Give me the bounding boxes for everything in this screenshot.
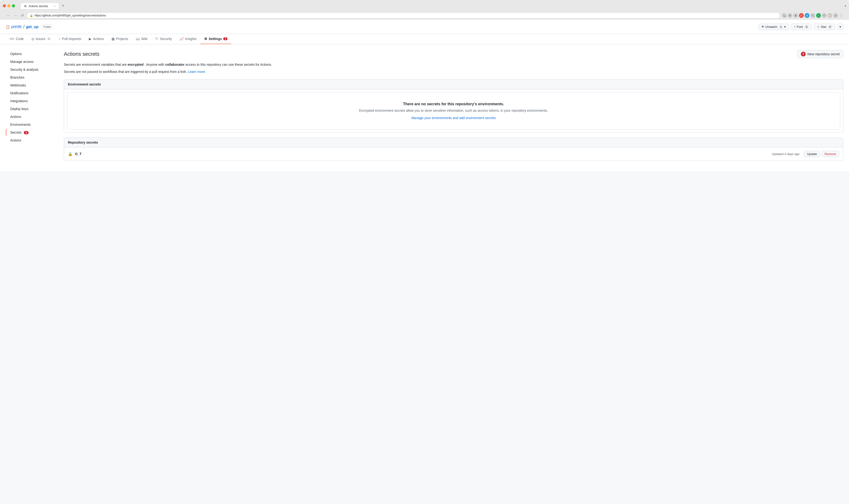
nav-pull-requests[interactable]: ⑂ Pull requests <box>55 34 85 44</box>
sidebar-item-secrets[interactable]: Secrets 2 <box>6 129 58 136</box>
sidebar-manage-access-label: Manage access <box>10 60 34 64</box>
repo-icon: 📋 <box>6 25 10 29</box>
sidebar-item-options[interactable]: Options <box>6 50 58 58</box>
star-count: 0 <box>828 25 832 29</box>
extension-icon-4[interactable]: G <box>799 13 804 18</box>
sidebar-item-webhooks[interactable]: Webhooks <box>6 82 58 89</box>
nav-issues-label: Issues <box>36 37 45 41</box>
repo-name-link[interactable]: get_up <box>26 25 38 29</box>
nav-code[interactable]: </> Code <box>6 34 28 44</box>
extension-icon-2[interactable]: ⬆ <box>788 13 792 18</box>
extension-icon-10[interactable]: 🖊 <box>833 13 838 18</box>
desc-text-1: Secrets are environment variables that a… <box>64 62 127 67</box>
nav-pr-label: Pull requests <box>62 37 81 41</box>
star-icon: ☆ <box>817 25 820 29</box>
extension-icon-1[interactable]: 🔍 <box>782 13 787 18</box>
unwatch-button[interactable]: 👁 Unwatch 1 ▾ <box>758 23 789 30</box>
star-button[interactable]: ☆ Star 0 <box>814 23 835 30</box>
repo-header: 📋 phh95 / get_up Public 👁 Unwatch 1 ▾ ⑂ … <box>0 20 849 34</box>
sidebar-item-branches[interactable]: Branches <box>6 74 58 81</box>
close-dot[interactable] <box>3 4 6 7</box>
repo-navigation: </> Code ◎ Issues 1 ⑂ Pull requests ▶ Ac… <box>0 34 849 44</box>
tab-favicon: ⚙ <box>24 4 27 8</box>
forward-button[interactable]: → <box>13 13 18 18</box>
nav-insights-label: Insights <box>185 37 197 41</box>
tab-title: Actions secrets <box>29 4 48 8</box>
insights-icon: 📈 <box>180 37 184 41</box>
browser-tabs: ⚙ Actions secrets × + <box>21 2 66 9</box>
minimize-dot[interactable] <box>7 4 11 7</box>
browser-more-button[interactable]: ⋮ <box>839 13 843 18</box>
nav-wiki-label: Wiki <box>141 37 147 41</box>
browser-extension-icons: 🔍 ⬆ ★ G ⚙ 🔧 ✓ 🛡 📋 🖊 ⋮ <box>782 13 843 18</box>
star-label: Star <box>821 25 826 29</box>
nav-code-label: Code <box>16 37 23 41</box>
new-secret-button-label: New repository secret <box>808 52 840 56</box>
extension-icon-3[interactable]: ★ <box>793 13 798 18</box>
env-secrets-header: Environment secrets <box>64 79 843 89</box>
sidebar-item-environments[interactable]: Environments <box>6 121 58 128</box>
address-bar[interactable]: 🔒 https://github.com/phh95/get_up/settin… <box>27 13 780 18</box>
desc-bold-encrypted: encrypted <box>128 62 144 67</box>
extension-icon-5[interactable]: ⚙ <box>805 13 810 18</box>
extension-icon-6[interactable]: 🔧 <box>810 13 815 18</box>
tab-close-button[interactable]: × <box>54 5 55 7</box>
remove-secret-button[interactable]: Remove <box>821 151 839 157</box>
repository-secrets-section: Repository secrets 🔒 G_T Updated 4 days … <box>64 138 843 161</box>
new-tab-button[interactable]: + <box>60 2 66 9</box>
sidebar-item-deploy-keys[interactable]: Deploy keys <box>6 105 58 113</box>
settings-badge: 1 <box>223 37 228 40</box>
sidebar-item-actions[interactable]: Actions <box>6 113 58 121</box>
nav-wiki[interactable]: 📖 Wiki <box>132 34 151 44</box>
wiki-icon: 📖 <box>136 37 140 41</box>
repo-content-area: Options Manage access Security & analysi… <box>0 44 849 171</box>
env-secrets-empty-title: There are no secrets for this repository… <box>72 102 835 106</box>
github-page: 📋 phh95 / get_up Public 👁 Unwatch 1 ▾ ⑂ … <box>0 20 849 171</box>
lock-icon: 🔒 <box>68 152 73 156</box>
settings-sidebar: Options Manage access Security & analysi… <box>6 50 58 165</box>
sidebar-environments-label: Environments <box>10 123 31 126</box>
sidebar-deploy-keys-label: Deploy keys <box>10 107 28 111</box>
learn-more-link[interactable]: Learn more. <box>188 70 206 74</box>
extension-icon-8[interactable]: 🛡 <box>822 13 827 18</box>
nav-issues[interactable]: ◎ Issues 1 <box>28 34 55 44</box>
extension-icon-7[interactable]: ✓ <box>816 13 821 18</box>
sidebar-webhooks-label: Webhooks <box>10 83 26 87</box>
nav-actions[interactable]: ▶ Actions <box>85 34 108 44</box>
secret-updated-gt: Updated 4 days ago <box>772 152 799 156</box>
update-secret-button[interactable]: Update <box>804 151 820 157</box>
security-lock-icon: 🔒 <box>30 14 33 17</box>
star-dropdown-button[interactable]: ▾ <box>837 23 843 30</box>
sidebar-item-security-analysis[interactable]: Security & analysis <box>6 66 58 73</box>
table-row: 🔒 G_T Updated 4 days ago Update Remove <box>64 147 843 161</box>
nav-security[interactable]: 🛡 Security <box>151 34 176 44</box>
sidebar-item-manage-access[interactable]: Manage access <box>6 58 58 66</box>
repo-breadcrumb: 📋 phh95 / get_up Public <box>6 24 53 30</box>
secrets-description: Secrets are environment variables that a… <box>64 62 843 67</box>
sidebar-item-notifications[interactable]: Notifications <box>6 89 58 97</box>
fork-icon: ⑂ <box>794 25 796 29</box>
env-secrets-empty-state: There are no secrets for this repository… <box>67 92 840 130</box>
window-collapse-button[interactable]: ▾ <box>845 4 846 7</box>
nav-settings-label: Settings <box>209 37 222 41</box>
repo-owner-link[interactable]: phh95 <box>11 25 22 29</box>
manage-environments-link[interactable]: Manage your environments and add environ… <box>411 116 496 120</box>
nav-settings[interactable]: ⚙ Settings 1 <box>200 34 231 44</box>
secret-name-gt: G_T <box>75 152 772 156</box>
active-tab[interactable]: ⚙ Actions secrets × <box>21 3 59 9</box>
extension-icon-9[interactable]: 📋 <box>828 13 832 18</box>
nav-insights[interactable]: 📈 Insights <box>176 34 200 44</box>
sidebar-item-actions-sub[interactable]: Actions <box>6 137 58 144</box>
sidebar-item-integrations[interactable]: Integrations <box>6 97 58 105</box>
maximize-dot[interactable] <box>12 4 15 7</box>
sidebar-actions-sub-label: Actions <box>10 138 21 142</box>
desc-text-3: access to this repository can use these … <box>185 62 272 67</box>
repo-action-buttons: 👁 Unwatch 1 ▾ ⑂ Fork 0 ☆ Star 0 ▾ <box>758 23 843 30</box>
refresh-button[interactable]: ↺ <box>20 13 25 18</box>
sidebar-security-analysis-label: Security & analysis <box>10 68 38 71</box>
back-button[interactable]: ← <box>6 13 11 18</box>
new-repository-secret-button[interactable]: 3 New repository secret <box>797 50 843 58</box>
nav-projects[interactable]: ▦ Projects <box>108 34 132 44</box>
fork-button[interactable]: ⑂ Fork 0 <box>791 23 812 30</box>
page-title: Actions secrets <box>64 51 100 57</box>
